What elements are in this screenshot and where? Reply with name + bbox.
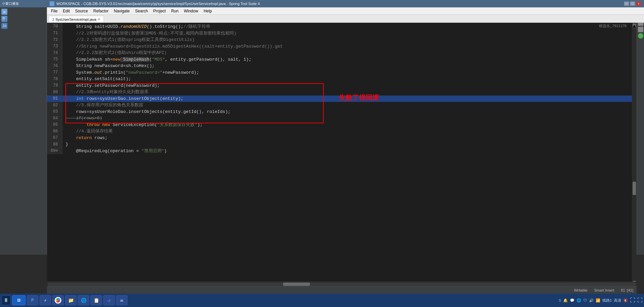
title-bar-left: WORKSPACE - CGB-DB-SYS-V3.01/src/main/ja… [50, 1, 260, 6]
code-table: 70 String salt=UUID.randomUUID().toStrin… [47, 23, 637, 154]
side-panel-toolbar: ⚙ 🔍 Ju [0, 7, 47, 255]
taskbar-network-icon[interactable]: 🌐 [577, 298, 581, 303]
line-content-78: entity.setSalt(salt); [62, 76, 637, 82]
line-number-83: 83 [47, 109, 62, 115]
menu-window[interactable]: Window [181, 8, 201, 14]
menu-run[interactable]: Run [168, 8, 181, 14]
code-line-85: 85 throw new ServiceException("关系数据保存失败"… [47, 122, 637, 128]
h-scroll-track [48, 283, 636, 286]
line-content-84: if(rows>0) [62, 115, 637, 122]
code-line-71: 71 //2.2对密码进行盐值加密(加密算法MD5-特点:不可逆,相同内容加密结… [47, 30, 637, 37]
window-controls: ─ □ ✕ [624, 1, 641, 6]
taskbar-chat-icon[interactable]: 💬 [570, 298, 575, 303]
code-line-82: 82 //3.保存用户对应的角色关系数据 [47, 102, 637, 109]
menu-project[interactable]: Project [151, 8, 168, 14]
tab-bar: J SysUserServiceImpl.java ✕ [47, 15, 644, 23]
line-content-88: } [62, 141, 637, 148]
menu-file[interactable]: File [48, 8, 60, 14]
taskbar-app-flash[interactable]: ⚡ [40, 295, 51, 305]
line-number-80: 80 [47, 89, 62, 96]
line-number-81: 81 [47, 96, 62, 102]
line-number-84: 84 [47, 115, 62, 122]
taskbar-app-chrome[interactable] [52, 295, 64, 305]
tab-close-icon[interactable]: ✕ [98, 17, 100, 21]
pause-button[interactable]: ⏸ [1, 295, 11, 305]
title-bar: WORKSPACE - CGB-DB-SYS-V3.01/src/main/ja… [47, 0, 644, 7]
taskbar-volume-icon[interactable]: 🔊 [589, 298, 594, 303]
user-overlay: 框选乐_7911178 [599, 23, 627, 28]
taskbar-fullscreen-icon[interactable]: ⛶ [637, 297, 643, 303]
scroll-up-arrow[interactable]: ▲ [633, 23, 636, 28]
menu-source[interactable]: Source [72, 8, 91, 14]
code-line-76: 76 String newPassword=sh.toHex(); [47, 63, 637, 69]
taskbar-line1-text: 线路1 [602, 298, 612, 303]
line-number-72: 72 [47, 37, 62, 43]
code-line-72: 72 //2.2.1加密方式1(借助spring框架工具类DigestUtils… [47, 37, 637, 43]
line-content-85: throw new ServiceException("关系数据保存失败"); [62, 122, 637, 128]
taskbar-app-globe[interactable]: 🌐 [78, 295, 89, 305]
start-button[interactable]: ⊞ [12, 295, 25, 305]
code-line-77: 77 System.out.println("newPassword="+new… [47, 69, 637, 76]
tab-label: SysUserServiceImpl.java [55, 17, 96, 21]
line-content-74: //2.2.2加密方式2(借助shiro框架中的API) [62, 50, 637, 56]
line-content-77: System.out.println("newPassword="+newPas… [62, 69, 637, 76]
taskbar-shield-icon[interactable]: 🛡 [583, 298, 587, 302]
taskbar-app-folder[interactable]: 📁 [65, 295, 76, 305]
line-content-83: rows=sysUserRoleDao.insertObjects(entity… [62, 109, 637, 115]
line-content-72: //2.2.1加密方式1(借助spring框架工具类DigestUtils) [62, 37, 637, 43]
menu-refactor[interactable]: Refactor [91, 8, 111, 14]
taskbar: ⏸ ⊞ P ⚡ 📁 🌐 📋 ↺ ✉ S 🔔 💬 🌐 🛡 🔊 📶 线路1 高清 🔇… [0, 294, 644, 307]
line-number-82: 82 [47, 102, 62, 109]
line-number-73: 73 [47, 43, 62, 50]
minimize-button[interactable]: ─ [624, 1, 629, 6]
taskbar-mute-icon[interactable]: 🔇 [623, 298, 628, 303]
line-number-70: 70 [47, 23, 62, 30]
line-content-87: return rows; [62, 135, 637, 141]
side-panel-header: 小窗口播放 [0, 0, 47, 7]
line-number-86: 86 [47, 128, 62, 135]
toolbar-icon-1[interactable]: ⚙ [1, 9, 7, 15]
code-editor[interactable]: 框选乐_7911178 70 String salt=UUID.randomUU… [47, 23, 637, 286]
line-number-74: 74 [47, 50, 62, 56]
toolbar-icon-ju[interactable]: Ju [1, 23, 7, 29]
right-icon-5[interactable] [638, 27, 643, 32]
taskbar-s-icon[interactable]: S [559, 298, 561, 302]
toolbar-icon-2[interactable]: 🔍 [1, 16, 7, 22]
horizontal-scrollbar[interactable] [47, 282, 637, 286]
right-icon-green[interactable] [638, 33, 643, 39]
menu-search[interactable]: Search [132, 8, 151, 14]
taskbar-app-p[interactable]: P [27, 295, 38, 305]
editor-tab[interactable]: J SysUserServiceImpl.java ✕ [48, 16, 104, 22]
taskbar-bell-icon[interactable]: 🔔 [563, 298, 568, 303]
h-scroll-thumb[interactable] [283, 283, 310, 286]
code-line-70: 70 String salt=UUID.randomUUID().toStrin… [47, 23, 637, 30]
left-side-panel: 小窗口播放 ⚙ 🔍 Ju [0, 0, 47, 255]
taskbar-hd-text: 高清 [614, 298, 621, 303]
right-toolbar [637, 0, 644, 255]
taskbar-right: S 🔔 💬 🌐 🛡 🔊 📶 线路1 高清 🔇 ⛶ ⛶ [559, 297, 643, 303]
taskbar-expand-icon[interactable]: ⛶ [630, 297, 635, 303]
close-button[interactable]: ✕ [636, 1, 641, 6]
line-number-75: 75 [47, 56, 62, 63]
maximize-button[interactable]: □ [630, 1, 635, 6]
code-line-83: 83 rows=sysUserRoleDao.insertObjects(ent… [47, 109, 637, 115]
line-number-76: 76 [47, 63, 62, 69]
scroll-thumb-v[interactable] [633, 182, 636, 195]
menu-edit[interactable]: Edit [60, 8, 72, 14]
menu-help[interactable]: Help [201, 8, 215, 14]
taskbar-app-refresh[interactable]: ↺ [103, 295, 115, 305]
code-line-88: 88 } [47, 141, 637, 148]
taskbar-app-mail[interactable]: ✉ [116, 295, 127, 305]
menu-navigate[interactable]: Navigate [111, 8, 132, 14]
taskbar-signal-icon[interactable]: 📶 [596, 298, 600, 303]
line-number-78: 78 [47, 76, 62, 82]
taskbar-app-clipboard[interactable]: 📋 [91, 295, 102, 305]
status-position: 81 :[41] [621, 288, 633, 292]
line-content-76: String newPassword=sh.toHex(); [62, 63, 637, 69]
line-content-86: //4.返回保存结果 [62, 128, 637, 135]
code-line-84: 84 if(rows>0) [47, 115, 637, 122]
annotation-text: 失败了得回滚 [339, 93, 379, 102]
vertical-scrollbar[interactable]: ▲ ▼ [632, 23, 637, 286]
line-content-82: //3.保存用户对应的角色关系数据 [62, 102, 637, 109]
line-content-75: SimpleHash sh=new SimpleHash("MD5", enti… [62, 56, 637, 63]
